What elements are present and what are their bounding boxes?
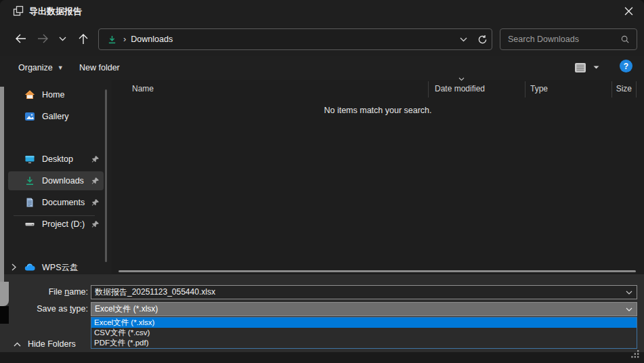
column-resize-handle[interactable] bbox=[611, 81, 612, 98]
sidebar-item-home[interactable]: Home bbox=[8, 85, 104, 104]
drive-icon bbox=[24, 219, 35, 230]
documents-icon bbox=[24, 197, 35, 208]
column-header-type[interactable]: Type bbox=[530, 84, 548, 93]
close-icon bbox=[624, 7, 633, 16]
sidebar-item-documents[interactable]: Documents bbox=[8, 193, 104, 212]
hide-folders-label: Hide Folders bbox=[28, 339, 76, 349]
column-header-size[interactable]: Size bbox=[598, 84, 632, 93]
refresh-button[interactable] bbox=[473, 30, 492, 49]
chevron-down-icon bbox=[59, 37, 66, 41]
sidebar-item-project-drive[interactable]: Project (D:) bbox=[8, 215, 104, 234]
title-bar: 导出数据报告 bbox=[0, 0, 644, 22]
chevron-down-icon: ▼ bbox=[58, 64, 64, 71]
file-name-input[interactable] bbox=[91, 288, 626, 297]
refresh-icon bbox=[477, 35, 488, 45]
footer-panel: File name: Save as type: Excel文件 (*.xlsx… bbox=[0, 274, 644, 352]
pin-icon bbox=[91, 220, 100, 228]
pin-icon bbox=[91, 198, 100, 207]
column-resize-handle[interactable] bbox=[428, 81, 429, 98]
pin-icon bbox=[91, 155, 100, 163]
sidebar-item-label: Desktop bbox=[42, 154, 91, 164]
search-input[interactable] bbox=[500, 35, 621, 44]
file-list-pane: Name Date modified Type Size No items ma… bbox=[112, 80, 644, 274]
gallery-icon bbox=[24, 111, 35, 122]
back-button[interactable] bbox=[10, 28, 30, 49]
home-icon bbox=[24, 89, 35, 100]
dropdown-option-csv[interactable]: CSV文件 (*.csv) bbox=[91, 328, 637, 338]
save-as-type-combobox[interactable]: Excel文件 (*.xlsx) bbox=[91, 302, 637, 316]
sidebar-item-label: Home bbox=[42, 90, 104, 100]
organize-label: Organize bbox=[18, 63, 53, 72]
forward-button[interactable] bbox=[33, 28, 53, 49]
forward-icon bbox=[37, 34, 49, 43]
save-as-type-label: Save as type: bbox=[0, 304, 88, 314]
content-area: Home Gallery Desktop bbox=[0, 80, 644, 274]
column-resize-handle[interactable] bbox=[636, 81, 637, 98]
background-window-edge bbox=[0, 87, 4, 282]
address-dropdown-button[interactable] bbox=[454, 30, 473, 49]
column-resize-handle[interactable] bbox=[525, 81, 525, 98]
organize-button[interactable]: Organize ▼ bbox=[13, 59, 69, 77]
background-window-shadow bbox=[0, 306, 9, 324]
new-folder-label: New folder bbox=[79, 63, 120, 72]
command-bar: Organize ▼ New folder ? bbox=[0, 56, 644, 80]
save-as-dialog: 导出数据报告 bbox=[0, 0, 644, 363]
view-mode-dropdown[interactable] bbox=[589, 66, 603, 70]
view-mode-group bbox=[572, 59, 603, 77]
app-window-icon bbox=[13, 5, 24, 16]
bottom-edge-strip bbox=[0, 352, 644, 363]
address-bar[interactable]: › Downloads bbox=[98, 28, 492, 50]
window-title: 导出数据报告 bbox=[29, 5, 82, 18]
sidebar-scrollbar[interactable] bbox=[105, 89, 107, 262]
column-header-name[interactable]: Name bbox=[132, 84, 154, 93]
chevron-down-icon bbox=[626, 307, 632, 312]
chevron-down-icon bbox=[593, 66, 599, 70]
view-mode-button[interactable] bbox=[572, 62, 589, 73]
cloud-icon bbox=[24, 262, 35, 273]
chevron-up-icon bbox=[14, 342, 21, 347]
desktop-icon bbox=[24, 154, 35, 165]
help-label: ? bbox=[624, 62, 628, 71]
help-button[interactable]: ? bbox=[620, 60, 632, 72]
new-folder-button[interactable]: New folder bbox=[74, 59, 125, 77]
up-icon bbox=[79, 33, 88, 45]
up-button[interactable] bbox=[73, 28, 93, 49]
breadcrumb-downloads[interactable]: Downloads bbox=[131, 35, 173, 44]
sort-indicator-icon bbox=[458, 77, 465, 81]
breadcrumb-chevron-icon[interactable]: › bbox=[123, 34, 126, 44]
horizontal-scrollbar[interactable] bbox=[119, 270, 636, 272]
sidebar-item-gallery[interactable]: Gallery bbox=[8, 107, 104, 126]
empty-results-message: No items match your search. bbox=[112, 106, 644, 115]
file-name-combobox[interactable] bbox=[91, 285, 637, 299]
sidebar-item-label: Downloads bbox=[42, 176, 91, 186]
downloads-icon bbox=[24, 175, 35, 186]
close-button[interactable] bbox=[613, 0, 644, 22]
dropdown-option-xlsx[interactable]: Excel文件 (*.xlsx) bbox=[91, 318, 637, 328]
sidebar-item-downloads[interactable]: Downloads bbox=[8, 171, 104, 190]
column-headers: Name Date modified Type Size bbox=[112, 80, 644, 99]
column-header-date-modified[interactable]: Date modified bbox=[435, 84, 485, 93]
sidebar-item-desktop[interactable]: Desktop bbox=[8, 150, 104, 169]
save-as-type-dropdown-list: Excel文件 (*.xlsx) CSV文件 (*.csv) PDF文件 (*.… bbox=[91, 317, 637, 349]
list-view-icon bbox=[574, 62, 586, 73]
search-icon bbox=[621, 35, 629, 44]
file-name-label: File name: bbox=[0, 287, 88, 297]
downloads-folder-icon bbox=[107, 35, 117, 45]
hide-folders-button[interactable]: Hide Folders bbox=[14, 337, 76, 351]
sidebar-item-label: Documents bbox=[42, 198, 91, 207]
back-icon bbox=[15, 34, 26, 43]
pin-icon bbox=[91, 177, 100, 185]
sidebar-item-label: Gallery bbox=[42, 112, 104, 121]
navigation-bar: › Downloads bbox=[0, 22, 644, 56]
resize-grip[interactable] bbox=[630, 349, 640, 359]
chevron-down-icon[interactable] bbox=[626, 291, 632, 295]
save-as-type-value: Excel文件 (*.xlsx) bbox=[91, 303, 158, 315]
recent-locations-button[interactable] bbox=[54, 28, 70, 49]
background-window-corner bbox=[0, 282, 9, 306]
sidebar-item-label: Project (D:) bbox=[42, 219, 91, 229]
chevron-down-icon bbox=[460, 37, 467, 42]
sidebar: Home Gallery Desktop bbox=[0, 80, 112, 274]
sidebar-item-label: WPS云盘 bbox=[42, 262, 104, 274]
search-box bbox=[500, 28, 637, 50]
dropdown-option-pdf[interactable]: PDF文件 (*.pdf) bbox=[91, 338, 637, 348]
